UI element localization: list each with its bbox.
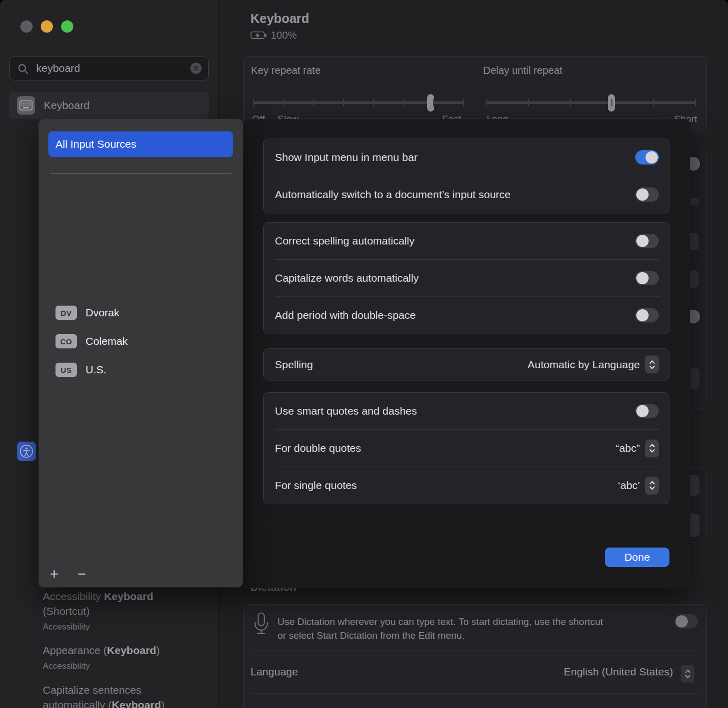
slider-tick — [283, 99, 284, 106]
toggle-knob — [636, 405, 649, 417]
search-value: keyboard — [36, 57, 80, 80]
slider-tick — [695, 99, 696, 106]
slider-tick — [611, 99, 612, 106]
add-input-source-button[interactable]: + — [50, 562, 59, 586]
slider-tick — [570, 99, 571, 106]
slider-tick — [373, 99, 374, 106]
search-icon — [17, 63, 29, 77]
toggle-knob — [636, 309, 649, 321]
dictation-language-value: English (United States) — [564, 666, 673, 678]
input-source-dvorak[interactable]: DV Dvorak — [55, 306, 120, 320]
slider-tick — [528, 99, 529, 106]
input-source-label: Dvorak — [86, 307, 120, 319]
row-label: Capitalize words automatically — [275, 272, 418, 284]
row-label: Add period with double-space — [275, 309, 416, 321]
dictation-description-line1: Use Dictation wherever you can type text… — [277, 616, 603, 628]
input-sources-popup: All Input Sources DV Dvorak CO Colemak U… — [39, 119, 243, 587]
divider — [250, 693, 699, 694]
done-button[interactable]: Done — [605, 548, 669, 567]
spelling-toggles-group: Correct spelling automatically Capitaliz… — [263, 222, 669, 334]
dictation-description-line2: or select Start Dictation from the Edit … — [277, 630, 465, 641]
microphone-icon — [254, 612, 269, 639]
input-source-label: Colemak — [86, 335, 128, 347]
clear-search-icon[interactable] — [190, 63, 202, 74]
capitalize-words-row: Capitalize words automatically — [264, 260, 669, 296]
colemak-badge: CO — [55, 334, 77, 348]
input-source-us[interactable]: US U.S. — [55, 363, 106, 377]
language-select-stepper[interactable] — [681, 665, 694, 683]
correct-spelling-toggle[interactable] — [635, 234, 659, 248]
delay-until-repeat-label: Delay until repeat — [483, 65, 563, 76]
slider-tick — [433, 99, 434, 106]
page-title: Keyboard — [250, 11, 309, 26]
double-space-period-row: Add period with double-space — [264, 297, 669, 334]
result-title: Capitalize sentences automatically (Keyb… — [43, 683, 203, 708]
single-quotes-select-stepper[interactable] — [645, 477, 659, 495]
spelling-select-group: Spelling Automatic by Language — [263, 348, 669, 380]
footer-divider — [70, 567, 70, 583]
keyboard-icon — [17, 96, 35, 115]
search-result-accessibility-keyboard-shortcut[interactable]: Accessibility Keyboard (Shortcut) Access… — [43, 589, 203, 633]
sheet-footer-divider — [243, 526, 690, 526]
minimize-button[interactable] — [41, 20, 53, 33]
show-input-menu-toggle[interactable] — [635, 150, 659, 165]
spelling-row: Spelling Automatic by Language — [264, 349, 669, 380]
row-label: Spelling — [275, 359, 313, 371]
input-menu-group: Show Input menu in menu bar Automaticall… — [263, 139, 669, 213]
search-result-capitalize-sentences[interactable]: Capitalize sentences automatically (Keyb… — [43, 683, 203, 708]
row-label: Show Input menu in menu bar — [275, 151, 417, 164]
smart-quotes-row: Use smart quotes and dashes — [264, 393, 669, 429]
double-quotes-value: “abc” — [615, 442, 640, 454]
spelling-value: Automatic by Language — [527, 359, 640, 371]
toggle-knob — [636, 235, 649, 247]
dvorak-badge: DV — [55, 306, 77, 320]
dictation-toggle[interactable] — [675, 614, 698, 629]
row-label: For single quotes — [275, 479, 357, 492]
remove-input-source-button[interactable]: − — [77, 562, 86, 586]
double-quotes-row: For double quotes “abc” — [264, 430, 669, 467]
input-source-colemak[interactable]: CO Colemak — [55, 334, 128, 348]
accessibility-icon — [17, 442, 36, 461]
result-title: Appearance (Keyboard) — [43, 643, 203, 658]
double-quotes-select-stepper[interactable] — [645, 440, 659, 457]
spelling-select-stepper[interactable] — [645, 356, 659, 373]
slider-tick — [253, 99, 254, 106]
slider-tick — [653, 99, 654, 106]
delay-slider[interactable] — [487, 94, 695, 112]
auto-switch-row: Automatically switch to a document’s inp… — [264, 176, 669, 213]
all-input-sources-label: All Input Sources — [55, 131, 136, 157]
smart-quotes-toggle[interactable] — [635, 404, 659, 418]
battery-percent: 100% — [271, 30, 297, 41]
key-repeat-slider[interactable] — [254, 94, 464, 112]
smart-quotes-group: Use smart quotes and dashes For double q… — [263, 392, 669, 504]
slider-track — [487, 101, 695, 104]
double-space-period-toggle[interactable] — [635, 308, 659, 322]
system-settings-window: keyboard Keyboard — [0, 0, 728, 708]
search-result-appearance-keyboard[interactable]: Appearance (Keyboard) Accessibility — [43, 643, 203, 672]
toggle-knob — [636, 188, 649, 201]
slider-tick — [313, 99, 314, 106]
result-subtitle: Accessibility — [43, 660, 203, 672]
single-quotes-value: ‘abc’ — [618, 479, 640, 492]
toggle-knob — [636, 272, 649, 284]
correct-spelling-row: Correct spelling automatically — [264, 223, 669, 259]
capitalize-words-toggle[interactable] — [635, 271, 659, 285]
battery-charging-icon — [250, 31, 268, 40]
key-repeat-rate-label: Key repeat rate — [251, 65, 321, 76]
show-input-menu-row: Show Input menu in menu bar — [264, 139, 669, 176]
row-label: Use smart quotes and dashes — [275, 405, 417, 417]
single-quotes-row: For single quotes ‘abc’ — [264, 467, 669, 504]
auto-switch-toggle[interactable] — [635, 187, 659, 202]
row-label: Correct spelling automatically — [275, 235, 414, 247]
popup-separator — [50, 173, 232, 174]
close-button[interactable] — [20, 20, 33, 33]
result-title: Accessibility Keyboard (Shortcut) — [43, 589, 203, 618]
zoom-button[interactable] — [61, 20, 73, 33]
search-input[interactable]: keyboard — [9, 56, 209, 80]
toggle-knob — [676, 615, 688, 628]
divider — [250, 650, 699, 651]
all-input-sources-item[interactable]: All Input Sources — [48, 131, 233, 157]
us-badge: US — [55, 363, 77, 377]
slider-tick — [463, 99, 464, 106]
sidebar-item-keyboard[interactable]: Keyboard — [9, 92, 209, 119]
